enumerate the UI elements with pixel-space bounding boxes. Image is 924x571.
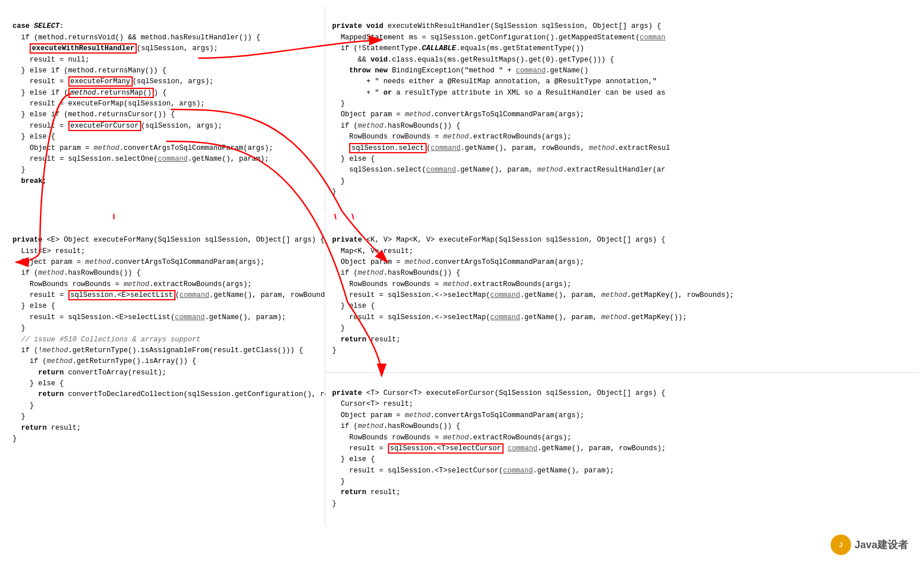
line-else-many: } else if (method.returnsMany()) { bbox=[13, 67, 166, 75]
mrb-line4: RowBounds rowBounds = method.extractRowB… bbox=[332, 434, 571, 442]
tr-line3: if (!StatementType.CALLABLE.equals(ms.ge… bbox=[332, 44, 584, 52]
mid-right-bottom-code: private <T> Cursor<T> executeForCursor(S… bbox=[332, 377, 911, 521]
mrt-line9: return result; bbox=[332, 336, 400, 344]
mid-left-code: private <E> Object executeForMany(SqlSes… bbox=[13, 224, 318, 456]
mrb-line8: } bbox=[332, 478, 345, 486]
top-right-panel: private void executeWithResultHandler(Sq… bbox=[325, 6, 918, 214]
mrt-line8: } bbox=[332, 324, 345, 332]
tr-line12: sqlSession.select(command.getName(), par… bbox=[332, 143, 670, 153]
tr-line6: + " needs either a @ResultMap annotation… bbox=[332, 78, 657, 85]
tr-line4: && void.class.equals(ms.getResultMaps().… bbox=[332, 56, 614, 64]
ml-header: private <E> Object executeForMany(SqlSes… bbox=[13, 236, 325, 244]
tr-line13: } else { bbox=[332, 155, 375, 163]
ml-line7: result = sqlSession.<E>selectList(comman… bbox=[13, 313, 286, 321]
mid-right-container: private <K, V> Map<K, V> executeForMap(S… bbox=[325, 219, 918, 525]
line-execute-for-cursor: result = executeForCursor(sqlSession, ar… bbox=[13, 121, 222, 131]
tr-line7: + " or a resultType attribute in XML so … bbox=[332, 89, 665, 97]
tr-line11: RowBounds rowBounds = method.extractRowB… bbox=[332, 133, 571, 141]
mrb-line6: } else { bbox=[332, 455, 375, 463]
mrb-line7: result = sqlSession.<T>selectCursor(comm… bbox=[332, 467, 614, 475]
mrb-line9: return result; bbox=[332, 488, 400, 496]
tr-line9: Object param = method.convertArgsToSqlCo… bbox=[332, 111, 584, 119]
mrt-line3: if (method.hasRowBounds()) { bbox=[332, 269, 460, 277]
line-execute-with-result: executeWithResultHandler(sqlSession, arg… bbox=[13, 43, 218, 54]
top-left-panel: case SELECT: if (method.returnsVoid() &&… bbox=[6, 6, 325, 214]
line-close-else: } bbox=[13, 166, 26, 174]
line-else-cursor: } else if (method.returnsCursor()) { bbox=[13, 111, 175, 119]
mrb-line10: } bbox=[332, 500, 337, 508]
line-execute-for-many: result = executeForMany(sqlSession, args… bbox=[13, 76, 214, 87]
mid-row: private <E> Object executeForMany(SqlSes… bbox=[6, 219, 918, 525]
top-right-code: private void executeWithResultHandler(Sq… bbox=[332, 10, 911, 209]
mid-right-top-code: private <K, V> Map<K, V> executeForMap(S… bbox=[332, 224, 911, 368]
ml-line2: Object param = method.convertArgsToSqlCo… bbox=[13, 258, 265, 266]
mrt-header: private <K, V> Map<K, V> executeForMap(S… bbox=[332, 236, 665, 244]
line-break: break; bbox=[13, 177, 47, 185]
tr-line5: throw new BindingException("method " + c… bbox=[332, 67, 588, 75]
ml-line12: } else { bbox=[13, 380, 64, 388]
ml-line4: RowBounds rowBounds = method.extractRowB… bbox=[13, 280, 252, 288]
tr-line14: sqlSession.select(command.getName(), par… bbox=[332, 166, 665, 174]
ml-line1: List<E> result; bbox=[13, 247, 85, 255]
mrb-header: private <T> Cursor<T> executeForCursor(S… bbox=[332, 389, 665, 397]
watermark: J Java建设者 bbox=[831, 535, 908, 555]
ml-line16: return result; bbox=[13, 424, 81, 432]
mrb-line2: Object param = method.convertArgsToSqlCo… bbox=[332, 411, 584, 419]
tr-line8: } bbox=[332, 100, 345, 108]
line-result-null: result = null; bbox=[13, 56, 89, 64]
top-left-code: case SELECT: if (method.returnsVoid() &&… bbox=[13, 10, 318, 198]
ml-line17: } bbox=[13, 435, 17, 443]
mrb-line5: result = sqlSession.<T>selectCursor comm… bbox=[332, 443, 666, 454]
mrt-line4: RowBounds rowBounds = method.extractRowB… bbox=[332, 280, 571, 288]
mrt-line2: Object param = method.convertArgsToSqlCo… bbox=[332, 258, 584, 266]
line-select-one: result = sqlSession.selectOne(command.ge… bbox=[13, 155, 269, 163]
mrt-line10: } bbox=[332, 346, 337, 354]
mid-right-top-panel: private <K, V> Map<K, V> executeForMap(S… bbox=[325, 219, 918, 373]
ml-line13: return convertToDeclaredCollection(sqlSe… bbox=[13, 390, 337, 398]
svg-text:J: J bbox=[839, 541, 843, 548]
tr-line15: } bbox=[332, 177, 345, 185]
line-else-map: } else if (method.returnsMap()) { bbox=[13, 88, 167, 98]
line-else: } else { bbox=[13, 133, 55, 141]
tr-line10: if (method.hasRowBounds()) { bbox=[332, 122, 460, 130]
tr-line1: private void executeWithResultHandler(Sq… bbox=[332, 22, 661, 30]
ml-line15: } bbox=[13, 413, 26, 421]
top-row: case SELECT: if (method.returnsVoid() &&… bbox=[6, 6, 918, 214]
line-execute-for-map: result = executeForMap(sqlSession, args)… bbox=[13, 100, 205, 108]
ml-line11: return convertToArray(result); bbox=[13, 369, 166, 377]
main-container: case SELECT: if (method.returnsVoid() &&… bbox=[0, 0, 924, 571]
mrt-line6: } else { bbox=[332, 302, 375, 310]
case-select-line: case SELECT: bbox=[13, 22, 64, 30]
ml-comment: // issue #510 Collections & arrays suppo… bbox=[13, 336, 201, 344]
mrt-line5: result = sqlSession.<->selectMap(command… bbox=[332, 291, 734, 299]
ml-line3: if (method.hasRowBounds()) { bbox=[13, 269, 141, 277]
tr-line2: MappedStatement ms = sqlSession.getConfi… bbox=[332, 34, 665, 42]
ml-line6: } else { bbox=[13, 302, 55, 310]
line-obj-param: Object param = method.convertArgsToSqlCo… bbox=[13, 144, 273, 152]
mrt-line1: Map<K, V> result; bbox=[332, 247, 414, 255]
mid-left-panel: private <E> Object executeForMany(SqlSes… bbox=[6, 219, 325, 525]
ml-line9: if (!method.getReturnType().isAssignable… bbox=[13, 346, 303, 354]
tr-line16: } bbox=[332, 188, 337, 196]
ml-line5: result = sqlSession.<E>selectList(comman… bbox=[13, 290, 338, 300]
ml-line10: if (method.getReturnType().isArray()) { bbox=[13, 357, 197, 365]
ml-line8: } bbox=[13, 324, 26, 332]
mrb-line1: Cursor<T> result; bbox=[332, 400, 414, 408]
line-if-void: if (method.returnsVoid() && method.hasRe… bbox=[13, 34, 260, 42]
watermark-text: Java建设者 bbox=[855, 538, 908, 552]
ml-line14: } bbox=[13, 402, 34, 410]
mrb-line3: if (method.hasRowBounds()) { bbox=[332, 422, 460, 430]
watermark-logo: J bbox=[831, 535, 851, 555]
mid-right-bottom-panel: private <T> Cursor<T> executeForCursor(S… bbox=[325, 373, 918, 525]
mrt-line7: result = sqlSession.<->selectMap(command… bbox=[332, 313, 687, 321]
